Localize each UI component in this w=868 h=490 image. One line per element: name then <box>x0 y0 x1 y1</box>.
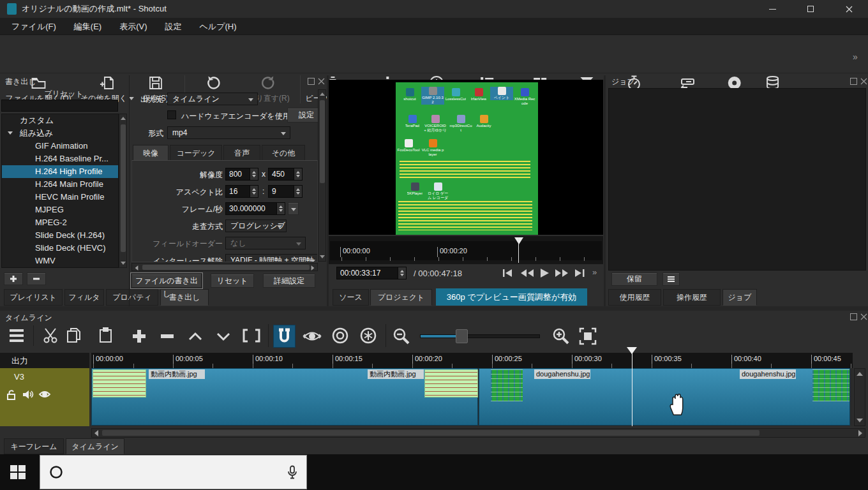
zoom-in-button[interactable] <box>551 327 571 346</box>
overwrite-button[interactable] <box>214 329 232 344</box>
tab-source[interactable]: ソース <box>333 289 369 306</box>
hold-button[interactable]: 保留 <box>611 272 657 286</box>
skip-to-start-button[interactable] <box>501 268 515 278</box>
expander-icon[interactable] <box>8 131 13 135</box>
transport-overflow-button[interactable]: » <box>592 267 597 277</box>
preset-item-selected[interactable]: H.264 High Profile <box>2 165 118 178</box>
field-order-combo[interactable]: なし <box>225 237 306 249</box>
start-button[interactable] <box>9 463 27 481</box>
scrollbar-thumb[interactable] <box>142 265 310 270</box>
float-panel-icon[interactable] <box>850 78 857 85</box>
tab-timeline[interactable]: タイムライン <box>66 438 124 454</box>
add-preset-button[interactable] <box>4 272 23 285</box>
taskbar-search[interactable] <box>40 455 307 489</box>
append-button[interactable] <box>130 329 148 344</box>
fast-forward-button[interactable] <box>554 268 569 278</box>
snap-toggle-active[interactable] <box>273 325 296 348</box>
preview-scrubber[interactable]: 00:00:00 00:00:20 <box>329 236 603 264</box>
tab-video[interactable]: 映像 <box>133 145 168 161</box>
output-track-header[interactable]: 出力 <box>0 353 89 368</box>
deinterlace-combo[interactable]: YADIF - 時間軸 + 空間軸 <box>225 254 318 262</box>
track-header-v3[interactable]: V3 <box>0 368 89 426</box>
reset-button[interactable]: リセット <box>211 274 254 288</box>
hide-icon[interactable] <box>38 389 51 400</box>
preset-item[interactable]: MPEG-2 <box>2 216 118 229</box>
menu-view[interactable]: 表示(V) <box>110 18 156 35</box>
float-panel-icon[interactable] <box>850 313 857 320</box>
zoom-slider-handle[interactable] <box>456 329 468 343</box>
format-combo[interactable]: mp4 <box>167 126 290 139</box>
preset-item[interactable]: H.264 Main Profile <box>2 178 118 191</box>
microphone-icon[interactable] <box>287 465 297 479</box>
close-panel-icon[interactable] <box>860 78 867 85</box>
lift-button[interactable] <box>186 329 204 344</box>
timeline-vscrollbar[interactable] <box>854 368 865 426</box>
ripple-delete-button[interactable] <box>158 329 176 344</box>
preset-item[interactable]: MJPEG <box>2 204 118 216</box>
copy-button[interactable] <box>65 327 83 345</box>
preset-item[interactable]: WMV <box>2 255 118 267</box>
scroll-up-icon[interactable] <box>121 117 126 120</box>
timeline-menu-button[interactable] <box>8 328 26 343</box>
menu-edit[interactable]: 編集(E) <box>65 18 110 35</box>
cut-button[interactable] <box>42 327 60 345</box>
settings-vscrollbar[interactable] <box>318 89 326 262</box>
close-button[interactable] <box>830 0 868 18</box>
maximize-button[interactable] <box>791 0 830 18</box>
menu-settings[interactable]: 設定 <box>156 18 191 35</box>
preset-item-custom[interactable]: カスタム <box>2 114 118 127</box>
preset-item[interactable]: H.264 Baseline Pr... <box>2 152 118 165</box>
tab-codec[interactable]: コーデック <box>170 145 222 161</box>
split-button[interactable] <box>241 327 262 344</box>
splitter[interactable] <box>129 75 130 306</box>
tab-keyframes[interactable]: キーフレーム <box>4 438 64 454</box>
rewind-button[interactable] <box>520 268 535 278</box>
resolution-height-spinner[interactable]: 450 <box>268 168 303 181</box>
preset-group-builtin[interactable]: 組み込み <box>2 127 118 140</box>
toolbar-overflow-button[interactable]: » <box>853 52 858 62</box>
scroll-down-icon[interactable] <box>320 255 325 258</box>
settings-hscrollbar[interactable] <box>131 263 318 271</box>
track-lane-v3[interactable]: 動画内動画.jpg 動画内動画.jpg dougahenshu.jpg doug… <box>91 368 853 426</box>
timeline-hscrollbar[interactable] <box>91 428 865 438</box>
position-field[interactable]: 00:00:33:17 <box>336 267 407 279</box>
tab-audio[interactable]: 音声 <box>223 145 260 161</box>
clip-1[interactable]: 動画内動画.jpg 動画内動画.jpg <box>91 368 478 426</box>
tab-recent[interactable]: 使用履歴 <box>608 289 661 306</box>
close-panel-icon[interactable] <box>860 313 867 320</box>
output-from-combo[interactable]: タイムライン <box>167 93 258 105</box>
zoom-out-button[interactable] <box>392 327 411 346</box>
scroll-left-icon[interactable] <box>135 265 138 271</box>
timeline-ruler[interactable]: 00:00:00 00:00:05 00:00:10 00:00:15 00:0… <box>91 353 853 368</box>
scroll-right-icon[interactable] <box>311 265 315 271</box>
preset-search-input[interactable] <box>1 100 118 112</box>
scrub-while-dragging-button[interactable] <box>302 328 322 345</box>
timeline-playhead-line[interactable] <box>632 353 632 426</box>
fps-dropdown-button[interactable] <box>288 202 299 215</box>
scroll-up-icon[interactable] <box>857 372 863 376</box>
float-panel-icon[interactable] <box>308 78 315 85</box>
scrollbar-thumb[interactable] <box>320 100 325 183</box>
play-button[interactable] <box>539 268 550 278</box>
skip-to-end-button[interactable] <box>573 268 587 278</box>
clip-2[interactable]: dougahenshu.jpg dougahenshu.jpg <box>479 368 850 426</box>
mute-icon[interactable] <box>22 389 34 400</box>
tab-playlist[interactable]: プレイリスト <box>4 289 63 306</box>
aspect-h-spinner[interactable]: 9 <box>268 185 303 198</box>
preset-item[interactable]: GIF Animation <box>2 140 118 152</box>
menu-file[interactable]: ファイル(F) <box>3 18 65 35</box>
ripple-all-tracks-button[interactable] <box>359 327 377 345</box>
menu-help[interactable]: ヘルプ(H) <box>191 18 246 35</box>
splitter[interactable] <box>604 75 606 306</box>
preset-item[interactable]: HEVC Main Profile <box>2 191 118 204</box>
scroll-down-icon[interactable] <box>857 419 863 422</box>
zoom-slider-track[interactable] <box>420 334 540 338</box>
splitter[interactable] <box>0 306 868 311</box>
paste-button[interactable] <box>97 327 115 345</box>
hw-encoder-checkbox[interactable] <box>167 110 176 119</box>
scrollbar-thumb[interactable] <box>121 124 126 252</box>
tab-jobs[interactable]: ジョブ <box>722 289 757 306</box>
jobs-menu-button[interactable] <box>662 272 680 286</box>
tab-properties[interactable]: プロパティ <box>106 289 158 306</box>
preview-playhead-icon[interactable] <box>514 237 523 244</box>
